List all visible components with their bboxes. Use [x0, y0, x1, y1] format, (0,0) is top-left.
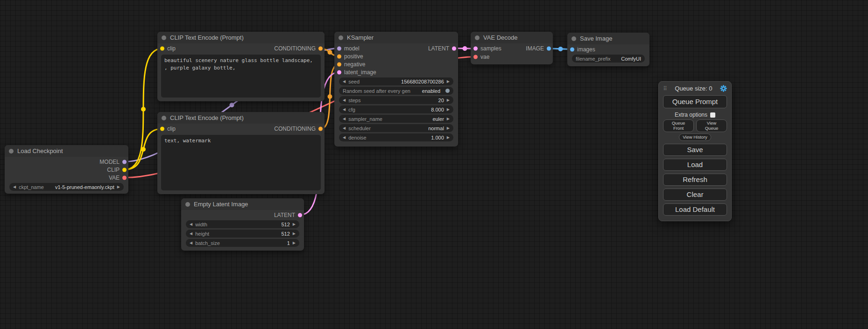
node-title: CLIP Text Encode (Prompt) — [170, 114, 244, 121]
clear-button[interactable]: Clear — [663, 189, 727, 201]
queue-front-button[interactable]: Queue Front — [663, 119, 694, 132]
collapse-dot-icon[interactable] — [185, 202, 190, 207]
port-label: latent_image — [344, 69, 376, 76]
conditioning-port-dot[interactable] — [337, 62, 341, 66]
width-widget[interactable]: ◀ width 512 ▶ — [186, 220, 299, 228]
save-button[interactable]: Save — [663, 144, 727, 156]
image-port-dot[interactable] — [547, 47, 551, 51]
comfyui-canvas[interactable]: { "port_colors": { "model": "#B39DDB", "… — [0, 0, 868, 329]
ckpt-name-widget[interactable]: ◀ ckpt_name v1-5-pruned-emaonly.ckpt ▶ — [9, 183, 124, 191]
node-save-image[interactable]: Save Image images filename_prefix ComfyU… — [567, 33, 649, 66]
node-title-bar[interactable]: CLIP Text Encode (Prompt) — [157, 32, 325, 43]
collapse-dot-icon[interactable] — [162, 35, 166, 40]
ports: images — [567, 44, 649, 53]
increment-arrow-icon[interactable]: ▶ — [447, 98, 450, 102]
view-queue-button[interactable]: View Queue — [696, 119, 727, 132]
input-port-vae: vae — [471, 53, 553, 61]
node-title-bar[interactable]: Empty Latent Image — [181, 198, 304, 210]
latent-port-dot[interactable] — [452, 46, 456, 50]
increment-arrow-icon[interactable]: ▶ — [447, 136, 450, 140]
widget-label: seed — [348, 79, 360, 84]
decrement-arrow-icon[interactable]: ◀ — [190, 223, 192, 226]
increment-arrow-icon[interactable]: ▶ — [447, 108, 450, 112]
load-button[interactable]: Load — [663, 159, 727, 171]
height-widget[interactable]: ◀ height 512 ▶ — [186, 230, 299, 238]
load-default-button[interactable]: Load Default — [663, 203, 727, 216]
decrement-arrow-icon[interactable]: ◀ — [343, 108, 346, 112]
collapse-dot-icon[interactable] — [475, 35, 480, 40]
decrement-arrow-icon[interactable]: ◀ — [343, 136, 346, 140]
conditioning-port-dot[interactable] — [318, 127, 323, 131]
prev-arrow-icon[interactable]: ◀ — [343, 126, 346, 130]
node-clip-text-encode-positive[interactable]: CLIP Text Encode (Prompt) clip CONDITION… — [157, 32, 325, 101]
port-row: clip CONDITIONING — [157, 125, 325, 133]
node-title-bar[interactable]: Save Image — [567, 33, 649, 44]
decrement-arrow-icon[interactable]: ◀ — [343, 80, 346, 84]
model-port-dot[interactable] — [337, 46, 341, 50]
denoise-widget[interactable]: ◀ denoise 1.000 ▶ — [339, 133, 453, 141]
toggle-knob-icon[interactable] — [445, 89, 450, 93]
decrement-arrow-icon[interactable]: ◀ — [343, 98, 346, 102]
clip-port-dot[interactable] — [122, 168, 127, 172]
clip-port-dot[interactable] — [160, 47, 164, 51]
collapse-dot-icon[interactable] — [162, 116, 166, 120]
steps-widget[interactable]: ◀ steps 20 ▶ — [339, 96, 453, 104]
increment-arrow-icon[interactable]: ▶ — [447, 80, 450, 84]
prev-arrow-icon[interactable]: ◀ — [343, 117, 346, 121]
node-title-bar[interactable]: Load Checkpoint — [5, 145, 128, 157]
decrement-arrow-icon[interactable]: ◀ — [190, 241, 192, 245]
node-clip-text-encode-negative[interactable]: CLIP Text Encode (Prompt) clip CONDITION… — [157, 112, 325, 194]
negative-prompt-textarea[interactable]: text, watermark — [161, 135, 321, 190]
refresh-button[interactable]: Refresh — [663, 174, 727, 186]
node-ksampler[interactable]: KSampler model LATENT positive negative … — [334, 32, 458, 147]
scheduler-widget[interactable]: ◀ scheduler normal ▶ — [339, 124, 453, 132]
prev-arrow-icon[interactable]: ◀ — [13, 185, 16, 189]
node-title-bar[interactable]: VAE Decode — [471, 32, 553, 43]
node-load-checkpoint[interactable]: Load Checkpoint MODEL CLIP VAE ◀ ckpt_na… — [5, 145, 128, 194]
conditioning-port-dot[interactable] — [337, 54, 341, 58]
next-arrow-icon[interactable]: ▶ — [447, 117, 450, 121]
port-label: samples — [480, 45, 501, 52]
node-vae-decode[interactable]: VAE Decode samples IMAGE vae — [471, 32, 553, 64]
widget-label: width — [195, 222, 207, 227]
node-empty-latent-image[interactable]: Empty Latent Image LATENT ◀ width 512 ▶ … — [181, 198, 304, 251]
next-arrow-icon[interactable]: ▶ — [447, 126, 450, 130]
increment-arrow-icon[interactable]: ▶ — [293, 232, 296, 236]
settings-gear-icon[interactable] — [720, 85, 727, 92]
queue-prompt-button[interactable]: Queue Prompt — [663, 95, 727, 108]
seed-widget[interactable]: ◀ seed 156680208700286 ▶ — [339, 77, 453, 85]
conditioning-port-dot[interactable] — [318, 47, 323, 51]
view-history-button[interactable]: View History — [679, 133, 711, 141]
increment-arrow-icon[interactable]: ▶ — [293, 241, 296, 245]
latent-port-dot[interactable] — [337, 70, 341, 74]
sampler-name-widget[interactable]: ◀ sampler_name euler ▶ — [339, 115, 453, 123]
filename-prefix-widget[interactable]: filename_prefix ComfyUI — [572, 55, 645, 63]
drag-handle-icon[interactable]: ⠿ — [663, 86, 667, 91]
positive-prompt-textarea[interactable]: beautiful scenery nature glass bottle la… — [161, 55, 321, 98]
vae-port-dot[interactable] — [473, 55, 478, 59]
output-port-vae: VAE — [5, 174, 128, 182]
increment-arrow-icon[interactable]: ▶ — [293, 223, 296, 226]
image-port-dot[interactable] — [570, 47, 574, 51]
widget-value: euler — [432, 116, 444, 122]
ports: clip CONDITIONING — [157, 43, 325, 53]
collapse-dot-icon[interactable] — [339, 35, 343, 40]
clip-port-dot[interactable] — [160, 127, 164, 131]
collapse-dot-icon[interactable] — [9, 149, 14, 154]
extra-options-checkbox[interactable] — [710, 112, 715, 118]
node-title-bar[interactable]: KSampler — [334, 32, 458, 43]
vae-port-dot[interactable] — [122, 175, 127, 180]
latent-port-dot[interactable] — [473, 47, 478, 51]
decrement-arrow-icon[interactable]: ◀ — [190, 232, 192, 236]
model-port-dot[interactable] — [122, 160, 127, 164]
port-label: MODEL — [99, 159, 120, 165]
node-title-bar[interactable]: CLIP Text Encode (Prompt) — [157, 112, 325, 124]
port-label: model — [344, 45, 360, 52]
next-arrow-icon[interactable]: ▶ — [117, 185, 120, 189]
random-seed-toggle[interactable]: Random seed after every gen enabled — [339, 87, 453, 95]
cfg-widget[interactable]: ◀ cfg 8.000 ▶ — [339, 105, 453, 113]
latent-port-dot[interactable] — [298, 213, 302, 217]
batch-size-widget[interactable]: ◀ batch_size 1 ▶ — [186, 239, 299, 247]
collapse-dot-icon[interactable] — [572, 36, 576, 41]
wire-midpoint-dot — [230, 103, 234, 107]
